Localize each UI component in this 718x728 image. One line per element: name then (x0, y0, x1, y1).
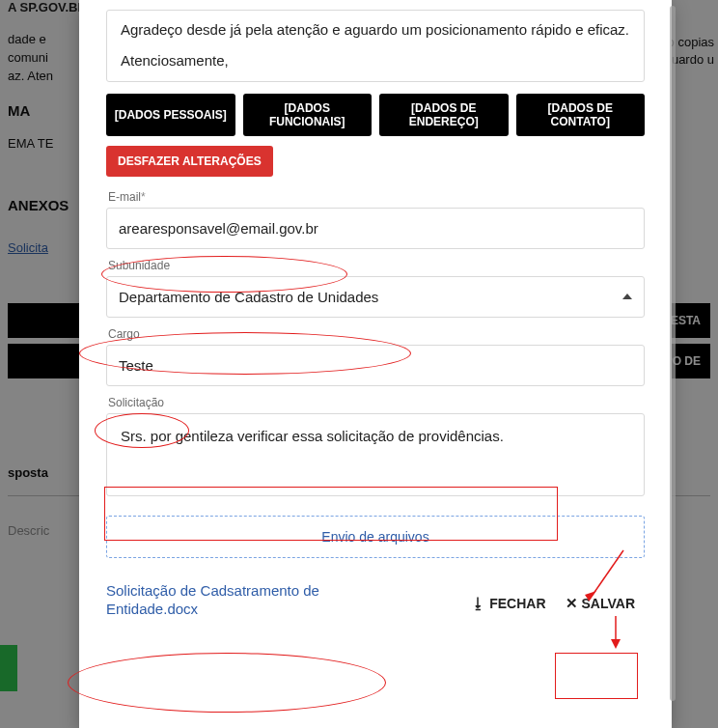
subunidade-field-group: Subunidade Departamento de Cadastro de U… (106, 259, 645, 318)
file-upload-zone[interactable]: Envio de arquivos (106, 516, 645, 558)
insert-dados-pessoais-button[interactable]: [DADOS PESSOAIS] (106, 94, 235, 136)
message-line: Agradeço desde já pela atenção e aguardo… (121, 20, 630, 40)
subunidade-selected-value: Departamento de Cadastro de Unidades (119, 289, 378, 305)
modal-scrollbar[interactable] (670, 6, 676, 701)
solicitacao-textarea[interactable]: Srs. por gentileza verificar essa solici… (106, 413, 645, 496)
message-line: Atenciosamente, (121, 51, 630, 70)
insert-dados-contato-button[interactable]: [DADOS DE CONTATO] (516, 94, 646, 136)
x-icon: ✕ (566, 596, 578, 610)
fechar-button[interactable]: ⭳ FECHAR (461, 588, 555, 619)
cargo-field-group: Cargo (106, 327, 645, 386)
salvar-label: SALVAR (582, 596, 635, 611)
fechar-label: FECHAR (489, 596, 545, 611)
modal-body: Agradeço desde já pela atenção e aguardo… (79, 0, 672, 728)
email-input[interactable] (106, 208, 645, 249)
desfazer-alteracoes-button[interactable]: DESFAZER ALTERAÇÕES (106, 146, 273, 177)
cargo-label: Cargo (106, 327, 645, 341)
attached-file-link[interactable]: Solicitação de Cadsatramento de Entidade… (106, 581, 376, 619)
caret-up-icon (622, 294, 632, 299)
modal-dialog: Agradeço desde já pela atenção e aguardo… (79, 0, 672, 728)
subunidade-select[interactable]: Departamento de Cadastro de Unidades (106, 276, 645, 318)
data-insert-buttons-row: [DADOS PESSOAIS] [DADOS FUNCIONAIS] [DAD… (106, 94, 645, 136)
insert-dados-funcionais-button[interactable]: [DADOS FUNCIONAIS] (243, 94, 373, 136)
email-field-group: E-mail* (106, 190, 645, 249)
solicitacao-label: Solicitação (106, 396, 645, 409)
solicitacao-field-group: Solicitação Srs. por gentileza verificar… (106, 396, 645, 496)
insert-dados-endereco-button[interactable]: [DADOS DE ENDEREÇO] (379, 94, 509, 136)
message-preview-box: Agradeço desde já pela atenção e aguardo… (106, 10, 645, 82)
subunidade-label: Subunidade (106, 259, 645, 272)
download-icon: ⭳ (471, 596, 485, 610)
cargo-input[interactable] (106, 345, 645, 386)
upload-zone-label: Envio de arquivos (321, 529, 428, 545)
salvar-button[interactable]: ✕ SALVAR (556, 588, 645, 619)
email-label: E-mail* (106, 190, 645, 204)
